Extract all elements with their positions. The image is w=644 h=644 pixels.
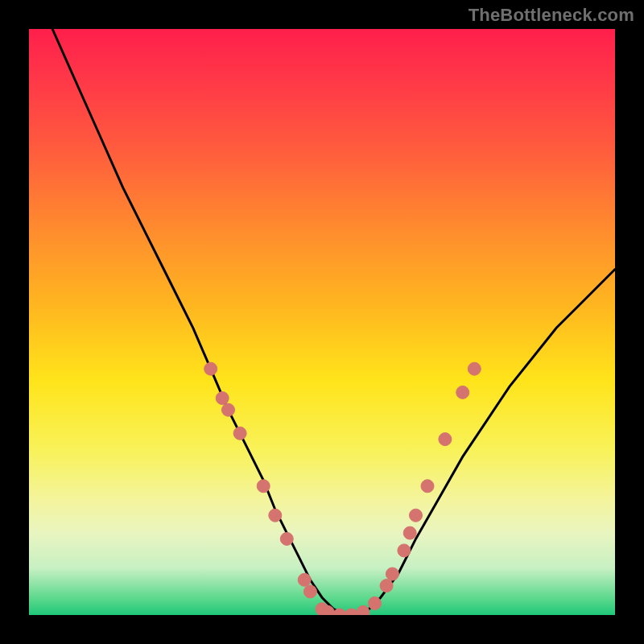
curve-marker: [257, 480, 270, 493]
curve-marker: [280, 532, 293, 545]
curve-marker: [403, 526, 416, 539]
curve-marker: [345, 609, 357, 615]
curve-marker: [369, 597, 382, 609]
curve-marker: [398, 544, 411, 557]
curve-marker: [468, 362, 481, 375]
curve-marker: [386, 568, 398, 580]
curve-marker: [421, 480, 434, 493]
marker-group: [204, 362, 481, 615]
bottleneck-curve: [52, 29, 615, 615]
curve-marker: [410, 509, 423, 522]
curve-marker: [216, 392, 229, 405]
chart-svg: [29, 29, 615, 615]
curve-marker: [204, 362, 217, 375]
chart-frame: TheBottleneck.com: [0, 0, 644, 644]
curve-marker: [456, 386, 469, 398]
curve-marker: [298, 573, 311, 586]
curve-marker: [269, 509, 282, 522]
curve-marker: [233, 427, 246, 440]
curve-marker: [380, 580, 393, 592]
curve-marker: [222, 403, 235, 416]
curve-marker: [439, 433, 452, 446]
curve-marker: [321, 605, 334, 615]
watermark-text: TheBottleneck.com: [469, 5, 634, 26]
curve-marker: [357, 605, 369, 615]
plot-area: [29, 29, 615, 615]
curve-marker: [303, 585, 316, 598]
